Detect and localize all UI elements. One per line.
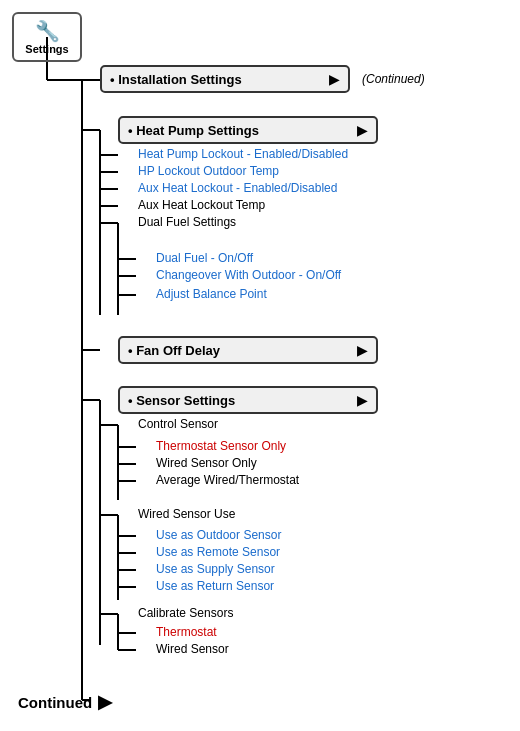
- outdoor-sensor-item: Use as Outdoor Sensor: [156, 528, 281, 542]
- thermostat-sensor-only-item: Thermostat Sensor Only: [156, 439, 286, 453]
- fan-off-arrow-icon: ▶: [357, 342, 368, 358]
- settings-label: Settings: [25, 43, 68, 55]
- continued-text: (Continued): [362, 72, 425, 86]
- wired-sensor-calibrate-item: Wired Sensor: [156, 642, 229, 656]
- continued-footer-label: Continued: [18, 694, 92, 711]
- sensor-settings-label: • Sensor Settings: [128, 393, 235, 408]
- sensor-arrow-icon: ▶: [357, 392, 368, 408]
- aux-heat-lockout-item: Aux Heat Lockout - Enabled/Disabled: [138, 181, 337, 195]
- hp-lockout-item: Heat Pump Lockout - Enabled/Disabled: [138, 147, 348, 161]
- dual-fuel-onoff-item: Dual Fuel - On/Off: [156, 251, 253, 265]
- settings-icon: 🔧: [35, 19, 60, 43]
- thermostat-calibrate-item: Thermostat: [156, 625, 217, 639]
- supply-sensor-item: Use as Supply Sensor: [156, 562, 275, 576]
- continued-footer-arrow: ▶: [98, 691, 112, 713]
- control-sensor-label: Control Sensor: [138, 417, 218, 431]
- return-sensor-item: Use as Return Sensor: [156, 579, 274, 593]
- wired-sensor-use-label: Wired Sensor Use: [138, 507, 235, 521]
- heat-pump-settings-label: • Heat Pump Settings: [128, 123, 259, 138]
- remote-sensor-item: Use as Remote Sensor: [156, 545, 280, 559]
- heat-pump-settings-button[interactable]: • Heat Pump Settings ▶: [118, 116, 378, 144]
- installation-settings-label: • Installation Settings: [110, 72, 242, 87]
- fan-off-delay-button[interactable]: • Fan Off Delay ▶: [118, 336, 378, 364]
- sensor-settings-button[interactable]: • Sensor Settings ▶: [118, 386, 378, 414]
- installation-settings-button[interactable]: • Installation Settings ▶: [100, 65, 350, 93]
- dual-fuel-settings-item: Dual Fuel Settings: [138, 215, 236, 229]
- aux-heat-lockout-temp-item: Aux Heat Lockout Temp: [138, 198, 265, 212]
- settings-box[interactable]: 🔧 Settings: [12, 12, 82, 62]
- installation-arrow-icon: ▶: [329, 71, 340, 87]
- fan-off-delay-label: • Fan Off Delay: [128, 343, 220, 358]
- hp-lockout-temp-item: HP Lockout Outdoor Temp: [138, 164, 279, 178]
- footer-continued: Continued ▶: [18, 691, 112, 713]
- heat-pump-arrow-icon: ▶: [357, 122, 368, 138]
- changeover-item: Changeover With Outdoor - On/Off: [156, 268, 341, 282]
- adjust-balance-item: Adjust Balance Point: [156, 287, 267, 301]
- wired-sensor-only-item: Wired Sensor Only: [156, 456, 257, 470]
- calibrate-sensors-label: Calibrate Sensors: [138, 606, 233, 620]
- average-wired-item: Average Wired/Thermostat: [156, 473, 299, 487]
